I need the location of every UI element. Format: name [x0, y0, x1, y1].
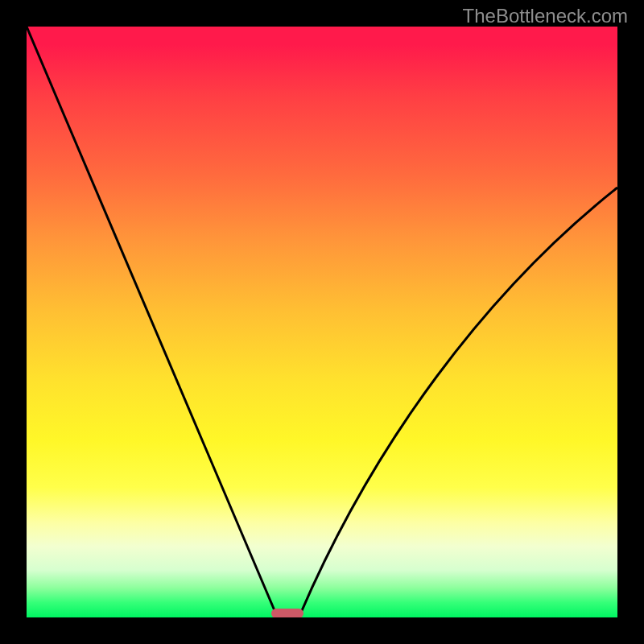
- watermark-text: TheBottleneck.com: [463, 5, 628, 27]
- curve-left: [27, 27, 276, 614]
- optimal-marker: [271, 609, 303, 617]
- outer-frame: TheBottleneck.com: [0, 0, 644, 644]
- plot-area: [27, 27, 617, 617]
- bottleneck-curve: [27, 27, 617, 617]
- curve-right: [300, 188, 617, 614]
